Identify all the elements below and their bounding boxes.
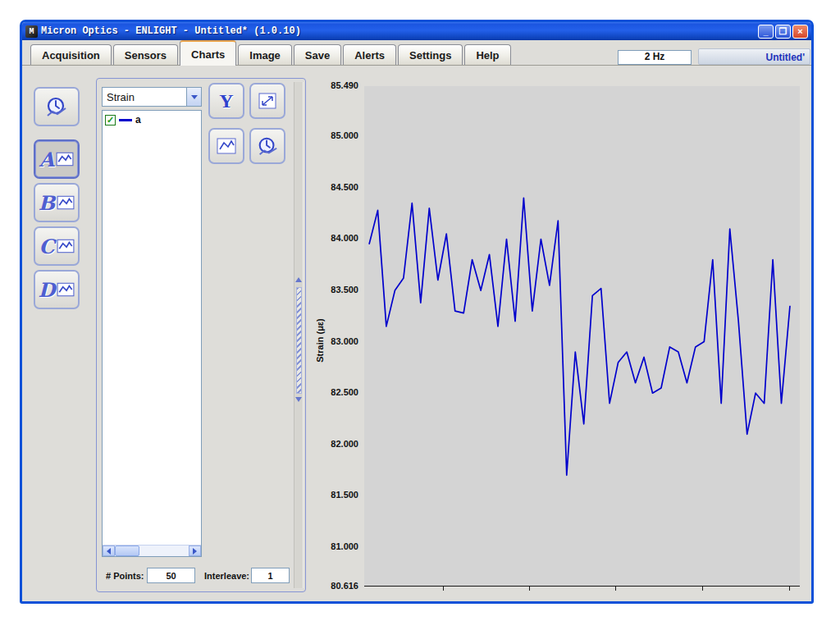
chevron-down-icon [191,95,198,99]
trace-panel: Strain ✓ a Y [96,78,306,592]
chart-thumbnail-icon [57,195,75,210]
strain-trace-line [369,198,790,475]
horizontal-scrollbar[interactable] [103,545,201,556]
tab-acquisition[interactable]: Acquisition [30,44,112,65]
tab-alerts[interactable]: Alerts [343,44,396,65]
x-axis-tick [529,587,530,591]
trace-list-item[interactable]: ✓ a [103,111,201,129]
x-axis-tick [789,587,790,591]
chart-thumbnail-icon [57,239,75,253]
chart-style-button[interactable] [208,128,244,164]
chart-thumbnail-icon [56,152,74,167]
series-color-swatch [119,119,132,121]
y-axis-tick-label: 84.500 [321,182,358,192]
points-settings-row: # Points: Interleave: [97,568,305,586]
y-axis-tick-label: 81.000 [321,541,358,551]
document-name-label: Untitled' [698,48,810,65]
chart-b-label: B [39,191,55,215]
scrollbar-thumb[interactable] [115,546,139,556]
splitter-track [294,82,304,588]
acquisition-rate-field[interactable]: 2 Hz [618,50,692,65]
chart-a-label: A [39,148,55,171]
tab-charts[interactable]: Charts [180,40,236,66]
points-label: # Points: [106,571,144,581]
x-axis-tick [615,587,616,591]
arrow-right-icon [193,548,197,555]
combo-arrow-button[interactable] [186,88,201,106]
panel-splitter-handle[interactable] [296,287,302,394]
minimize-button[interactable]: _ [758,25,774,39]
autoscale-button[interactable] [249,83,285,119]
splitter-arrow-up-icon[interactable] [295,277,302,282]
scrollbar-track[interactable] [139,546,189,556]
x-axis-tick [702,587,703,591]
scroll-right-button[interactable] [189,546,201,556]
y-axis-tick-label: 81.500 [321,490,358,500]
time-history-button[interactable] [34,87,80,126]
trace-list: ✓ a [102,110,202,557]
y-axis-button-label: Y [219,90,233,112]
clock-chart-icon [44,94,69,119]
app-window: M Micron Optics - ENLIGHT - Untitled* (1… [20,20,814,604]
chart-b-button[interactable]: B [34,183,80,222]
tab-bar: Acquisition Sensors Charts Image Save Al… [22,40,811,66]
tab-sensors[interactable]: Sensors [113,44,178,65]
time-axis-button[interactable] [249,128,285,164]
chart-a-button[interactable]: A [34,139,80,179]
y-axis-tick-label: 83.000 [321,336,358,346]
y-axis-scale-button[interactable]: Y [208,83,244,119]
app-icon: M [25,25,38,38]
chart-thumbnail-icon [57,282,75,297]
line-chart-icon [215,136,238,156]
maximize-button[interactable]: ❐ [775,25,791,39]
trace-checkbox[interactable]: ✓ [105,115,116,126]
chart-d-button[interactable]: D [34,270,80,309]
autoscale-icon [256,91,279,111]
clock-icon [255,135,280,158]
y-axis-tick-label: 85.490 [321,80,358,90]
chart-c-label: C [39,235,54,258]
y-axis-tick-label: 80.616 [321,581,358,591]
points-input[interactable] [147,568,195,583]
measurement-select-value: Strain [103,91,186,103]
tab-help[interactable]: Help [464,44,510,65]
y-axis-tick-label: 82.500 [321,387,358,397]
arrow-left-icon [107,548,111,555]
chart-c-button[interactable]: C [34,226,80,266]
strain-trace-svg [364,86,800,587]
close-button[interactable]: × [792,25,808,39]
y-axis-tick-labels: 85.49085.00084.50084.00083.50083.00082.5… [324,86,362,587]
strain-chart-plot[interactable] [364,86,800,587]
interleave-input[interactable] [251,568,290,583]
scroll-left-button[interactable] [103,546,115,556]
title-bar[interactable]: M Micron Optics - ENLIGHT - Untitled* (1… [22,22,811,40]
x-axis-tick [443,587,444,591]
y-axis-tick-label: 84.000 [321,233,358,243]
y-axis-tick-label: 82.000 [321,439,358,449]
chart-d-label: D [39,278,56,302]
tab-save[interactable]: Save [294,44,341,65]
window-title: Micron Optics - ENLIGHT - Untitled* (1.0… [41,25,301,37]
measurement-select[interactable]: Strain [102,87,202,107]
tab-settings[interactable]: Settings [398,44,463,65]
tab-image[interactable]: Image [238,44,292,65]
y-axis-tick-label: 83.500 [321,285,358,294]
interleave-label: Interleave: [204,571,249,581]
splitter-arrow-down-icon[interactable] [295,397,302,402]
y-axis-tick-label: 85.000 [321,130,358,140]
trace-name: a [135,114,141,126]
